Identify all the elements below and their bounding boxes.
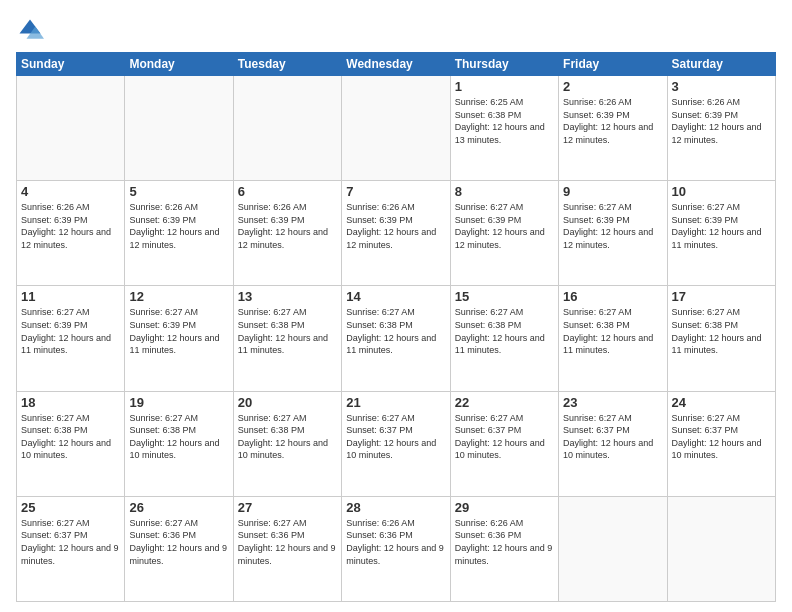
cell-info: Sunrise: 6:26 AMSunset: 6:39 PMDaylight:… [21, 201, 120, 251]
cell-day-number: 15 [455, 289, 554, 304]
cell-info: Sunrise: 6:27 AMSunset: 6:39 PMDaylight:… [672, 201, 771, 251]
calendar-cell [17, 76, 125, 181]
cell-day-number: 11 [21, 289, 120, 304]
logo-icon [16, 16, 44, 44]
cell-day-number: 20 [238, 395, 337, 410]
cell-day-number: 26 [129, 500, 228, 515]
cell-info: Sunrise: 6:27 AMSunset: 6:38 PMDaylight:… [238, 412, 337, 462]
calendar-cell [125, 76, 233, 181]
weekday-header: Wednesday [342, 53, 450, 76]
cell-info: Sunrise: 6:27 AMSunset: 6:37 PMDaylight:… [563, 412, 662, 462]
calendar-header-row: SundayMondayTuesdayWednesdayThursdayFrid… [17, 53, 776, 76]
weekday-header: Friday [559, 53, 667, 76]
cell-info: Sunrise: 6:26 AMSunset: 6:36 PMDaylight:… [346, 517, 445, 567]
logo [16, 16, 48, 44]
cell-info: Sunrise: 6:27 AMSunset: 6:39 PMDaylight:… [21, 306, 120, 356]
calendar-week-row: 4Sunrise: 6:26 AMSunset: 6:39 PMDaylight… [17, 181, 776, 286]
cell-day-number: 27 [238, 500, 337, 515]
cell-day-number: 6 [238, 184, 337, 199]
calendar-week-row: 25Sunrise: 6:27 AMSunset: 6:37 PMDayligh… [17, 496, 776, 601]
calendar-cell: 1Sunrise: 6:25 AMSunset: 6:38 PMDaylight… [450, 76, 558, 181]
calendar-cell: 7Sunrise: 6:26 AMSunset: 6:39 PMDaylight… [342, 181, 450, 286]
cell-day-number: 7 [346, 184, 445, 199]
cell-info: Sunrise: 6:27 AMSunset: 6:38 PMDaylight:… [129, 412, 228, 462]
calendar-cell [667, 496, 775, 601]
cell-info: Sunrise: 6:27 AMSunset: 6:37 PMDaylight:… [672, 412, 771, 462]
cell-day-number: 4 [21, 184, 120, 199]
cell-day-number: 3 [672, 79, 771, 94]
calendar-cell: 28Sunrise: 6:26 AMSunset: 6:36 PMDayligh… [342, 496, 450, 601]
calendar-cell: 6Sunrise: 6:26 AMSunset: 6:39 PMDaylight… [233, 181, 341, 286]
cell-info: Sunrise: 6:27 AMSunset: 6:37 PMDaylight:… [455, 412, 554, 462]
calendar-week-row: 11Sunrise: 6:27 AMSunset: 6:39 PMDayligh… [17, 286, 776, 391]
calendar-cell: 12Sunrise: 6:27 AMSunset: 6:39 PMDayligh… [125, 286, 233, 391]
calendar-cell [559, 496, 667, 601]
calendar-cell: 11Sunrise: 6:27 AMSunset: 6:39 PMDayligh… [17, 286, 125, 391]
cell-day-number: 22 [455, 395, 554, 410]
calendar-cell: 8Sunrise: 6:27 AMSunset: 6:39 PMDaylight… [450, 181, 558, 286]
calendar-cell: 14Sunrise: 6:27 AMSunset: 6:38 PMDayligh… [342, 286, 450, 391]
cell-day-number: 16 [563, 289, 662, 304]
cell-info: Sunrise: 6:25 AMSunset: 6:38 PMDaylight:… [455, 96, 554, 146]
calendar-cell: 23Sunrise: 6:27 AMSunset: 6:37 PMDayligh… [559, 391, 667, 496]
calendar-cell [342, 76, 450, 181]
weekday-header: Tuesday [233, 53, 341, 76]
calendar-cell: 15Sunrise: 6:27 AMSunset: 6:38 PMDayligh… [450, 286, 558, 391]
calendar-cell: 9Sunrise: 6:27 AMSunset: 6:39 PMDaylight… [559, 181, 667, 286]
cell-info: Sunrise: 6:27 AMSunset: 6:38 PMDaylight:… [672, 306, 771, 356]
calendar-cell: 24Sunrise: 6:27 AMSunset: 6:37 PMDayligh… [667, 391, 775, 496]
calendar-week-row: 1Sunrise: 6:25 AMSunset: 6:38 PMDaylight… [17, 76, 776, 181]
cell-day-number: 13 [238, 289, 337, 304]
calendar-table: SundayMondayTuesdayWednesdayThursdayFrid… [16, 52, 776, 602]
cell-info: Sunrise: 6:26 AMSunset: 6:39 PMDaylight:… [238, 201, 337, 251]
cell-info: Sunrise: 6:26 AMSunset: 6:36 PMDaylight:… [455, 517, 554, 567]
cell-day-number: 24 [672, 395, 771, 410]
calendar-cell [233, 76, 341, 181]
cell-day-number: 9 [563, 184, 662, 199]
cell-info: Sunrise: 6:26 AMSunset: 6:39 PMDaylight:… [563, 96, 662, 146]
calendar-cell: 17Sunrise: 6:27 AMSunset: 6:38 PMDayligh… [667, 286, 775, 391]
calendar-cell: 25Sunrise: 6:27 AMSunset: 6:37 PMDayligh… [17, 496, 125, 601]
cell-day-number: 29 [455, 500, 554, 515]
page: SundayMondayTuesdayWednesdayThursdayFrid… [0, 0, 792, 612]
cell-info: Sunrise: 6:26 AMSunset: 6:39 PMDaylight:… [346, 201, 445, 251]
cell-day-number: 14 [346, 289, 445, 304]
calendar-cell: 13Sunrise: 6:27 AMSunset: 6:38 PMDayligh… [233, 286, 341, 391]
cell-day-number: 1 [455, 79, 554, 94]
cell-day-number: 8 [455, 184, 554, 199]
header [16, 16, 776, 44]
cell-info: Sunrise: 6:27 AMSunset: 6:38 PMDaylight:… [563, 306, 662, 356]
calendar-cell: 5Sunrise: 6:26 AMSunset: 6:39 PMDaylight… [125, 181, 233, 286]
calendar-cell: 18Sunrise: 6:27 AMSunset: 6:38 PMDayligh… [17, 391, 125, 496]
cell-day-number: 18 [21, 395, 120, 410]
cell-day-number: 28 [346, 500, 445, 515]
calendar-cell: 21Sunrise: 6:27 AMSunset: 6:37 PMDayligh… [342, 391, 450, 496]
calendar-cell: 4Sunrise: 6:26 AMSunset: 6:39 PMDaylight… [17, 181, 125, 286]
cell-info: Sunrise: 6:26 AMSunset: 6:39 PMDaylight:… [672, 96, 771, 146]
cell-info: Sunrise: 6:27 AMSunset: 6:38 PMDaylight:… [346, 306, 445, 356]
calendar-cell: 29Sunrise: 6:26 AMSunset: 6:36 PMDayligh… [450, 496, 558, 601]
calendar-cell: 20Sunrise: 6:27 AMSunset: 6:38 PMDayligh… [233, 391, 341, 496]
cell-info: Sunrise: 6:26 AMSunset: 6:39 PMDaylight:… [129, 201, 228, 251]
calendar-cell: 27Sunrise: 6:27 AMSunset: 6:36 PMDayligh… [233, 496, 341, 601]
calendar-cell: 26Sunrise: 6:27 AMSunset: 6:36 PMDayligh… [125, 496, 233, 601]
weekday-header: Sunday [17, 53, 125, 76]
calendar-cell: 22Sunrise: 6:27 AMSunset: 6:37 PMDayligh… [450, 391, 558, 496]
cell-day-number: 17 [672, 289, 771, 304]
cell-day-number: 25 [21, 500, 120, 515]
cell-day-number: 10 [672, 184, 771, 199]
cell-day-number: 5 [129, 184, 228, 199]
cell-info: Sunrise: 6:27 AMSunset: 6:37 PMDaylight:… [21, 517, 120, 567]
cell-info: Sunrise: 6:27 AMSunset: 6:39 PMDaylight:… [455, 201, 554, 251]
calendar-cell: 10Sunrise: 6:27 AMSunset: 6:39 PMDayligh… [667, 181, 775, 286]
cell-info: Sunrise: 6:27 AMSunset: 6:38 PMDaylight:… [455, 306, 554, 356]
calendar-cell: 19Sunrise: 6:27 AMSunset: 6:38 PMDayligh… [125, 391, 233, 496]
cell-info: Sunrise: 6:27 AMSunset: 6:37 PMDaylight:… [346, 412, 445, 462]
cell-info: Sunrise: 6:27 AMSunset: 6:38 PMDaylight:… [238, 306, 337, 356]
cell-day-number: 19 [129, 395, 228, 410]
cell-info: Sunrise: 6:27 AMSunset: 6:39 PMDaylight:… [129, 306, 228, 356]
weekday-header: Thursday [450, 53, 558, 76]
calendar-cell: 3Sunrise: 6:26 AMSunset: 6:39 PMDaylight… [667, 76, 775, 181]
calendar-cell: 16Sunrise: 6:27 AMSunset: 6:38 PMDayligh… [559, 286, 667, 391]
cell-info: Sunrise: 6:27 AMSunset: 6:36 PMDaylight:… [238, 517, 337, 567]
